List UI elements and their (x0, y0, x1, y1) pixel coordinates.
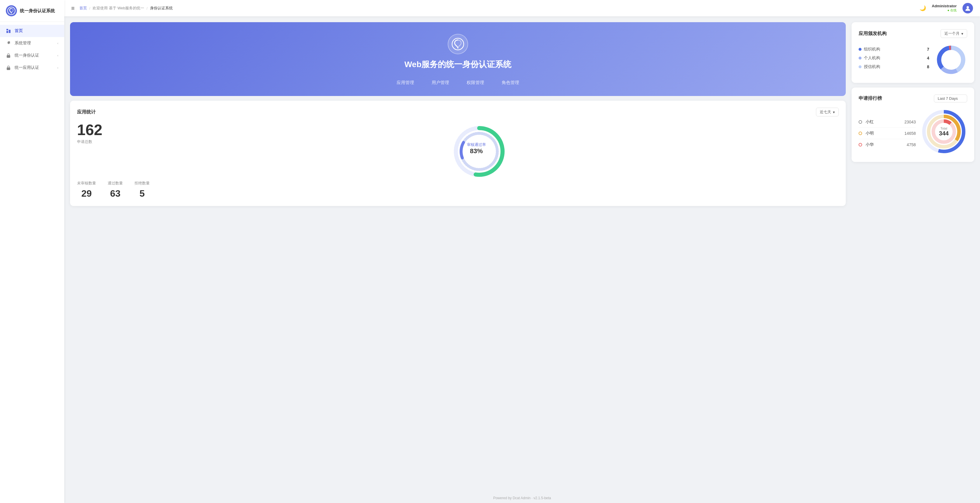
breadcrumb-sep-1: / (89, 6, 91, 11)
institutions-card: 应用颁发机构 近一个月 ▾ 组织机构 7 (851, 22, 974, 83)
rank-name-2: 小华 (865, 142, 903, 148)
ranking-item-2: 小华 4758 (859, 139, 916, 150)
approved-value: 63 (108, 188, 123, 199)
hamburger-button[interactable]: ≡ (71, 5, 75, 12)
rank-value-2: 4758 (907, 142, 916, 147)
home-icon (6, 28, 11, 33)
content-area: Web服务的统一身份认证系统 应用管理 用户管理 权限管理 角色管理 应用统计 … (64, 16, 980, 493)
svg-rect-2 (9, 30, 11, 33)
stats-dropdown-button[interactable]: 近七天 ▾ (816, 108, 839, 116)
rank-dot-1 (859, 132, 862, 135)
main-area: ≡ 首页 / 欢迎使用 基于 Web服务的统一 / 身份认证系统 🌙 Admin… (64, 0, 980, 503)
inst-dot-0 (859, 48, 862, 51)
ranking-dropdown-select[interactable]: Last 7 Days Last 30 Days Last 90 Days (934, 95, 967, 102)
hero-nav-role[interactable]: 角色管理 (502, 79, 519, 87)
rejected-value: 5 (135, 188, 150, 199)
hero-banner: Web服务的统一身份认证系统 应用管理 用户管理 权限管理 角色管理 (70, 22, 846, 96)
sidebar-item-system[interactable]: 系统管理 ‹ (0, 37, 64, 49)
chevron-icon-2: ‹ (57, 54, 58, 57)
svg-point-6 (967, 6, 969, 8)
sidebar-item-app-auth[interactable]: 统一应用认证 ‹ (0, 62, 64, 74)
sidebar-item-identity[interactable]: 统一身份认证 ‹ (0, 49, 64, 62)
right-panel: 应用颁发机构 近一个月 ▾ 组织机构 7 (851, 22, 974, 487)
header-right: 🌙 Administrator ● 在线 (920, 3, 973, 13)
institutions-dropdown-button[interactable]: 近一个月 ▾ (940, 29, 967, 38)
ranking-item-0: 小红 23043 (859, 116, 916, 128)
pending-label: 未审核数量 (77, 181, 96, 186)
stats-row: 未审核数量 29 通过数量 63 拒绝数量 5 (77, 181, 839, 199)
sidebar-item-identity-label: 统一身份认证 (14, 53, 39, 58)
breadcrumb-desc: 欢迎使用 基于 Web服务的统一 (92, 6, 144, 11)
total-requests-section: 162 申请总数 (77, 122, 102, 144)
inst-name-0: 组织机构 (864, 47, 924, 52)
sidebar-item-system-label: 系统管理 (14, 41, 31, 46)
institution-section: 组织机构 7 个人机构 4 授信机构 8 (859, 44, 967, 76)
admin-status: ● 在线 (947, 8, 957, 13)
ranking-total-value: 344 (939, 130, 948, 137)
inst-name-2: 授信机构 (864, 64, 924, 70)
gauge-chart: 审核通过率 83% (450, 122, 503, 175)
institutions-donut-chart (935, 44, 967, 76)
ranking-title: 申请排行榜 (859, 95, 882, 102)
hero-logo (448, 34, 468, 54)
hero-nav: 应用管理 用户管理 权限管理 角色管理 (397, 79, 519, 87)
hero-nav-perm[interactable]: 权限管理 (467, 79, 484, 87)
admin-avatar[interactable] (963, 3, 973, 13)
rank-dot-2 (859, 143, 862, 146)
breadcrumb-home[interactable]: 首页 (80, 6, 87, 11)
footer: Powered by Dcat Admin · v2.1.5-beta (64, 493, 980, 503)
institutions-card-header: 应用颁发机构 近一个月 ▾ (859, 29, 967, 38)
ranking-card: 申请排行榜 Last 7 Days Last 30 Days Last 90 D… (851, 87, 974, 162)
rank-dot-0 (859, 120, 862, 124)
left-panel: Web服务的统一身份认证系统 应用管理 用户管理 权限管理 角色管理 应用统计 … (70, 22, 846, 487)
app-stats-card: 应用统计 近七天 ▾ 162 申请总数 (70, 101, 846, 206)
sidebar: 统一身份认证系统 首页 系统管理 ‹ 统一身份认证 ‹ 统一应 (0, 0, 64, 503)
inst-value-2: 8 (927, 65, 929, 69)
rank-value-1: 14658 (904, 131, 916, 136)
sidebar-item-app-auth-label: 统一应用认证 (14, 65, 39, 70)
svg-rect-3 (6, 29, 8, 30)
hero-nav-app[interactable]: 应用管理 (397, 79, 414, 87)
chevron-icon: ‹ (57, 41, 58, 45)
inst-item-2: 授信机构 8 (859, 64, 929, 70)
logo-icon (6, 5, 17, 16)
chevron-down-icon-inst: ▾ (961, 32, 963, 36)
total-requests-number: 162 (77, 122, 102, 137)
gear-icon (6, 41, 11, 46)
hero-nav-user[interactable]: 用户管理 (432, 79, 449, 87)
svg-rect-1 (6, 31, 8, 33)
theme-toggle-button[interactable]: 🌙 (920, 5, 926, 11)
lock-icon-2 (6, 65, 11, 70)
header: ≡ 首页 / 欢迎使用 基于 Web服务的统一 / 身份认证系统 🌙 Admin… (64, 0, 980, 16)
stats-card-title: 应用统计 (77, 109, 96, 115)
inst-dot-1 (859, 57, 862, 60)
ranking-section: 小红 23043 小明 14658 小华 4758 (859, 108, 967, 155)
sidebar-item-home-label: 首页 (14, 28, 23, 33)
admin-name: Administrator (932, 4, 957, 8)
gauge-rate-label: 审核通过率 (467, 142, 486, 148)
rank-name-0: 小红 (865, 119, 901, 125)
sidebar-logo: 统一身份认证系统 (0, 0, 64, 22)
inst-name-1: 个人机构 (864, 56, 924, 61)
ranking-donut-chart: Total 344 (921, 108, 967, 155)
chevron-down-icon: ▾ (833, 110, 835, 114)
breadcrumb-current: 身份认证系统 (150, 6, 173, 11)
rejected-stat: 拒绝数量 5 (135, 181, 150, 199)
svg-rect-5 (7, 67, 10, 70)
app-title: 统一身份认证系统 (20, 8, 55, 14)
breadcrumb: 首页 / 欢迎使用 基于 Web服务的统一 / 身份认证系统 (80, 6, 173, 11)
pending-stat: 未审核数量 29 (77, 181, 96, 199)
inst-value-1: 4 (927, 56, 929, 60)
gauge-section: 162 申请总数 (77, 122, 839, 175)
rejected-label: 拒绝数量 (135, 181, 150, 186)
ranking-total-label: Total (939, 127, 948, 130)
pending-value: 29 (77, 188, 96, 199)
ranking-list: 小红 23043 小明 14658 小华 4758 (859, 116, 916, 150)
sidebar-item-home[interactable]: 首页 (0, 25, 64, 37)
sidebar-nav: 首页 系统管理 ‹ 统一身份认证 ‹ 统一应用认证 ‹ (0, 22, 64, 503)
stats-card-header: 应用统计 近七天 ▾ (77, 108, 839, 116)
ranking-card-header: 申请排行榜 Last 7 Days Last 30 Days Last 90 D… (859, 95, 967, 102)
hero-title: Web服务的统一身份认证系统 (404, 59, 512, 70)
footer-text: Powered by Dcat Admin · v2.1.5-beta (493, 496, 551, 500)
institution-list: 组织机构 7 个人机构 4 授信机构 8 (859, 47, 929, 73)
